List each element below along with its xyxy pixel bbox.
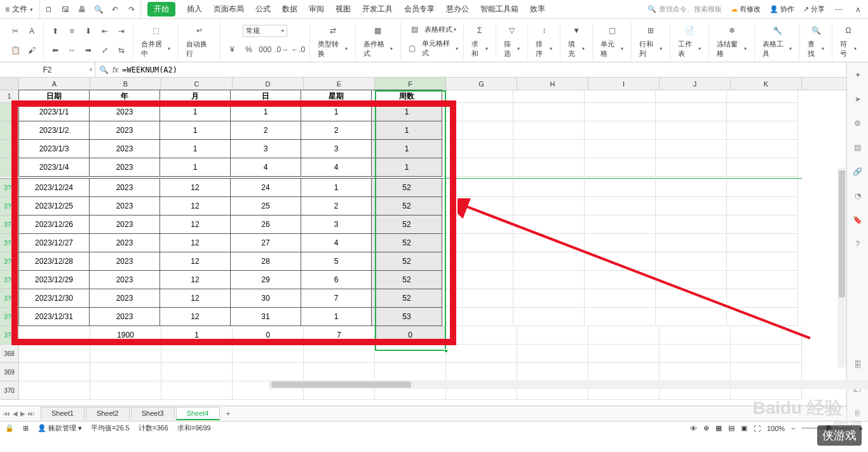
cell[interactable]: 2023/12/29 xyxy=(18,270,90,289)
cell[interactable] xyxy=(304,363,375,381)
sheet-nav-next[interactable]: ▶ xyxy=(20,410,25,417)
cell[interactable] xyxy=(585,216,656,234)
cell[interactable] xyxy=(90,363,161,381)
cell[interactable] xyxy=(375,363,446,381)
cell[interactable] xyxy=(517,345,588,363)
cell[interactable] xyxy=(727,103,798,121)
col-header-B[interactable]: B xyxy=(90,78,161,90)
cell[interactable] xyxy=(442,271,513,289)
add-sheet-button[interactable]: + xyxy=(221,407,236,420)
format-painter-icon[interactable]: 🖌 xyxy=(25,44,38,57)
cell[interactable] xyxy=(513,103,585,121)
cell[interactable]: 1 xyxy=(301,102,372,121)
copy-icon[interactable]: 📋 xyxy=(9,44,22,57)
cell[interactable] xyxy=(513,179,585,197)
cell[interactable]: 2023 xyxy=(89,178,160,197)
cell[interactable]: 2023/12/24 xyxy=(18,178,90,197)
cell[interactable] xyxy=(585,271,656,289)
view-page-icon[interactable]: ▤ xyxy=(728,424,735,432)
cell[interactable]: 2023 xyxy=(89,139,160,158)
cell[interactable] xyxy=(656,216,727,234)
merge-button[interactable]: ⬚ 合并居中▾ xyxy=(139,22,173,60)
cell[interactable]: 4 xyxy=(230,158,301,177)
cell[interactable]: 1 xyxy=(371,139,442,158)
cut-icon[interactable]: ✂ xyxy=(9,25,22,38)
col-header-C[interactable]: C xyxy=(161,78,233,90)
view-break-icon[interactable]: ▣ xyxy=(741,424,747,432)
ai-icon[interactable]: ✦ xyxy=(851,69,864,81)
cell[interactable]: 26 xyxy=(230,215,301,234)
cell[interactable] xyxy=(585,158,656,177)
archive-icon[interactable]: 🗄 xyxy=(851,359,864,371)
cell[interactable]: 2023 xyxy=(89,215,160,234)
number-format-select[interactable]: 常规▾ xyxy=(243,25,287,37)
menu-tab-11[interactable]: 效率 xyxy=(530,4,545,15)
cell[interactable]: 2023 xyxy=(89,158,160,177)
cell[interactable]: 3 xyxy=(301,139,372,158)
cell[interactable]: 2023 xyxy=(89,102,160,121)
cell[interactable]: 1 xyxy=(161,326,233,345)
cell[interactable] xyxy=(656,140,727,158)
cell[interactable]: 52 xyxy=(371,252,442,271)
cell[interactable]: 月 xyxy=(159,90,231,103)
cell[interactable] xyxy=(513,197,585,216)
cell[interactable] xyxy=(513,140,585,158)
cell[interactable]: 29 xyxy=(230,270,301,289)
cell[interactable] xyxy=(656,289,727,308)
cell[interactable] xyxy=(727,216,798,234)
row-header[interactable]: 3?0 xyxy=(0,197,19,216)
cell[interactable] xyxy=(656,90,727,103)
row-header[interactable]: 3?4 xyxy=(0,271,19,289)
col-header-H[interactable]: H xyxy=(517,78,588,90)
cell[interactable] xyxy=(656,234,727,252)
sheet-tab-Sheet4[interactable]: Sheet4 xyxy=(176,407,220,420)
more-icon[interactable]: ⋯ xyxy=(834,4,844,15)
cell[interactable] xyxy=(442,90,513,103)
sheet-nav-last[interactable]: ⏭ xyxy=(28,410,34,417)
preview-icon[interactable]: 🔍 xyxy=(93,4,104,15)
cell[interactable] xyxy=(442,289,513,308)
cell[interactable] xyxy=(442,234,513,252)
cell[interactable] xyxy=(19,363,90,381)
type-conv-button[interactable]: ⇄ 类型转换▾ xyxy=(315,22,349,60)
cell[interactable]: 24 xyxy=(230,178,301,197)
cell[interactable] xyxy=(304,345,375,363)
cell[interactable]: 12 xyxy=(159,252,231,271)
row-header[interactable]: 3?7 xyxy=(0,326,19,345)
cell[interactable]: 12 xyxy=(159,215,231,234)
cell[interactable] xyxy=(588,326,660,345)
cell[interactable]: 52 xyxy=(371,270,442,289)
print-icon[interactable]: 🖶 xyxy=(77,4,87,15)
symbol-button[interactable]: Ω符号▾ xyxy=(837,22,859,60)
cell[interactable] xyxy=(375,345,446,363)
cell[interactable] xyxy=(585,90,656,103)
row-header[interactable]: 3?1 xyxy=(0,216,19,234)
fill-button[interactable]: ▼填充▾ xyxy=(566,22,587,60)
col-header-K[interactable]: K xyxy=(731,78,802,90)
indent-dec-icon[interactable]: ⇤ xyxy=(98,25,111,38)
cell[interactable] xyxy=(19,326,90,345)
col-header-G[interactable]: G xyxy=(446,78,517,90)
row-header[interactable] xyxy=(0,103,19,121)
cells-area[interactable]: 日期年月日星期周数2023/1/1202311112023/1/22023122… xyxy=(19,90,802,400)
cell[interactable]: 0 xyxy=(375,326,446,345)
cell[interactable] xyxy=(585,121,656,140)
cell[interactable]: 12 xyxy=(159,270,231,289)
zoom-out[interactable]: − xyxy=(791,425,795,432)
row-header[interactable]: 3?9 xyxy=(0,179,19,197)
account-mgmt[interactable]: 👤 账款管理 ▾ xyxy=(37,423,82,433)
cell[interactable]: 2023 xyxy=(89,233,160,252)
row-header[interactable]: 368 xyxy=(0,345,19,363)
menu-tab-10[interactable]: 智能工具箱 xyxy=(480,4,519,15)
select-icon[interactable]: ➤ xyxy=(851,93,864,106)
table-tools-button[interactable]: 🔧表格工具▾ xyxy=(760,22,794,60)
cell[interactable]: 2 xyxy=(230,121,301,140)
cell[interactable]: 12 xyxy=(159,233,231,252)
cell[interactable] xyxy=(727,179,798,197)
cell[interactable] xyxy=(513,216,585,234)
cell[interactable] xyxy=(731,363,802,381)
cell[interactable]: 25 xyxy=(230,196,301,216)
cell[interactable] xyxy=(233,363,304,381)
cell[interactable]: 1 xyxy=(301,307,372,326)
cell[interactable]: 2023/1/4 xyxy=(18,158,90,177)
